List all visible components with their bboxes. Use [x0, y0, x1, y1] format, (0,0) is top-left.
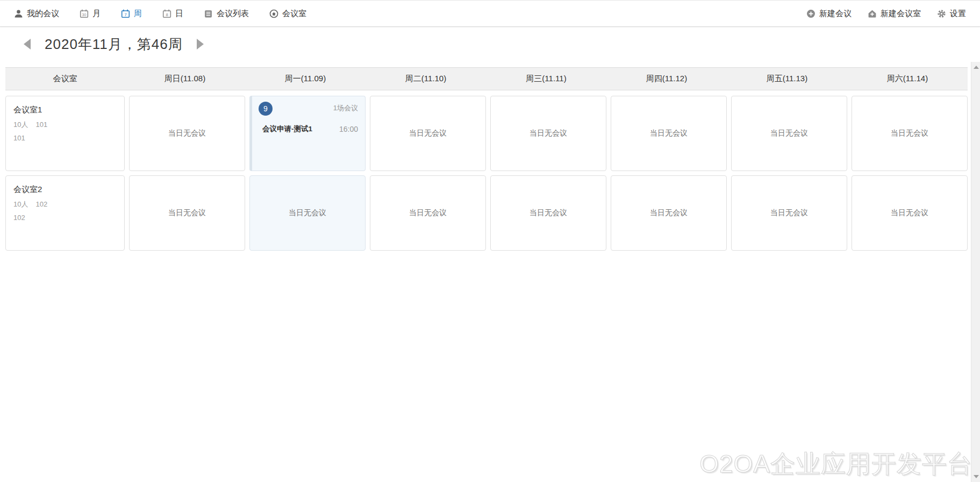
- calendar-day-icon: 8: [162, 9, 171, 18]
- add-room-icon: [868, 9, 877, 18]
- date-navigation: 2020年11月，第46周: [0, 27, 980, 61]
- day-cell-empty[interactable]: 当日无会议: [852, 96, 968, 171]
- user-icon: [14, 9, 23, 18]
- meeting-time: 16:00: [339, 125, 358, 133]
- room-info-cell: 会议室1 10人101 101: [5, 96, 125, 171]
- gear-icon: [937, 9, 946, 18]
- room-name: 会议室1: [13, 105, 117, 115]
- nav-meeting-rooms-label: 会议室: [282, 9, 306, 19]
- day-cell-empty[interactable]: 当日无会议: [490, 175, 606, 251]
- calendar-area: 会议室 周日(11.08) 周一(11.09) 周二(11.10) 周三(11.…: [0, 61, 980, 251]
- nav-meeting-list-label: 会议列表: [217, 9, 249, 19]
- day-cell-empty[interactable]: 当日无会议: [370, 175, 486, 251]
- week-title: 2020年11月，第46周: [45, 35, 183, 54]
- svg-text:7: 7: [124, 12, 126, 17]
- nav-month-view[interactable]: 30 月: [80, 9, 101, 19]
- no-meeting-text: 当日无会议: [650, 208, 688, 218]
- no-meeting-text: 当日无会议: [168, 129, 206, 138]
- day-cell-meeting[interactable]: 9 1场会议 会议申请-测试1 16:00: [249, 96, 366, 171]
- no-meeting-text: 当日无会议: [770, 208, 808, 218]
- nav-day-view-label: 日: [175, 9, 183, 19]
- meeting-title: 会议申请-测试1: [262, 124, 312, 134]
- scroll-up-arrow-icon[interactable]: [974, 66, 979, 69]
- meeting-count-badge: 9: [259, 102, 273, 116]
- toolbar-left: 我的会议 30 月 7 周 8 日 会议列表: [14, 9, 327, 19]
- scroll-down-arrow-icon[interactable]: [974, 475, 979, 478]
- header-friday: 周五(11.13): [727, 74, 847, 84]
- no-meeting-text: 当日无会议: [891, 129, 928, 138]
- day-cell-empty[interactable]: 当日无会议: [731, 96, 847, 171]
- settings-label: 设置: [950, 9, 966, 19]
- room-capacity-number: 10人101: [13, 120, 117, 130]
- calendar-week-icon: 7: [121, 9, 130, 18]
- new-meeting-button[interactable]: 新建会议: [806, 9, 852, 19]
- no-meeting-text: 当日无会议: [770, 129, 808, 138]
- toolbar-right: 新建会议 新建会议室 设置: [790, 9, 966, 19]
- room-location: 101: [13, 134, 117, 142]
- nav-week-view-label: 周: [134, 9, 142, 19]
- o2oa-watermark: O2OA企业应用开发平台: [699, 448, 972, 481]
- header-sunday: 周日(11.08): [125, 74, 245, 84]
- day-cell-empty[interactable]: 当日无会议: [611, 175, 727, 251]
- day-cell-empty[interactable]: 当日无会议: [852, 175, 968, 251]
- no-meeting-text: 当日无会议: [650, 129, 688, 138]
- meeting-cell-top: 9 1场会议: [259, 102, 358, 116]
- header-monday: 周一(11.09): [245, 74, 366, 84]
- meeting-entry[interactable]: 会议申请-测试1 16:00: [259, 124, 358, 134]
- new-room-label: 新建会议室: [881, 9, 921, 19]
- new-meeting-label: 新建会议: [819, 9, 852, 19]
- no-meeting-text: 当日无会议: [891, 208, 928, 218]
- no-meeting-text: 当日无会议: [289, 208, 326, 218]
- nav-my-meetings[interactable]: 我的会议: [14, 9, 59, 19]
- day-cell-empty[interactable]: 当日无会议: [370, 96, 486, 171]
- room-info-cell: 会议室2 10人102 102: [5, 175, 125, 251]
- meeting-count-label: 1场会议: [333, 103, 358, 113]
- no-meeting-text: 当日无会议: [530, 208, 567, 218]
- header-thursday: 周四(11.12): [606, 74, 727, 84]
- day-cell-empty[interactable]: 当日无会议: [731, 175, 847, 251]
- nav-my-meetings-label: 我的会议: [27, 9, 59, 19]
- calendar-month-icon: 30: [80, 9, 89, 18]
- nav-week-view[interactable]: 7 周: [121, 9, 142, 19]
- add-circle-icon: [806, 9, 816, 18]
- vertical-scrollbar[interactable]: [971, 62, 980, 482]
- header-wednesday: 周三(11.11): [486, 74, 606, 84]
- no-meeting-text: 当日无会议: [409, 208, 447, 218]
- day-cell-empty-today[interactable]: 当日无会议: [249, 175, 366, 251]
- room-location: 102: [13, 214, 117, 222]
- settings-button[interactable]: 设置: [937, 9, 966, 19]
- list-icon: [204, 9, 213, 18]
- next-week-arrow-icon[interactable]: [197, 39, 204, 49]
- day-cell-empty[interactable]: 当日无会议: [490, 96, 606, 171]
- nav-month-view-label: 月: [92, 9, 101, 19]
- room-circle-icon: [269, 9, 278, 18]
- calendar-rows: 会议室1 10人101 101 当日无会议 9 1场会议 会议申请-测试1 16…: [5, 96, 968, 251]
- day-cell-empty[interactable]: 当日无会议: [129, 96, 245, 171]
- room-name: 会议室2: [13, 185, 117, 195]
- nav-meeting-list[interactable]: 会议列表: [204, 9, 249, 19]
- room-capacity-number: 10人102: [13, 200, 117, 209]
- header-room: 会议室: [5, 74, 125, 84]
- no-meeting-text: 当日无会议: [409, 129, 447, 138]
- nav-day-view[interactable]: 8 日: [162, 9, 183, 19]
- prev-week-arrow-icon[interactable]: [24, 39, 31, 49]
- nav-meeting-rooms[interactable]: 会议室: [269, 9, 306, 19]
- day-cell-empty[interactable]: 当日无会议: [611, 96, 727, 171]
- calendar-header-row: 会议室 周日(11.08) 周一(11.09) 周二(11.10) 周三(11.…: [5, 67, 968, 90]
- no-meeting-text: 当日无会议: [530, 129, 567, 138]
- header-tuesday: 周二(11.10): [366, 74, 486, 84]
- toolbar: 我的会议 30 月 7 周 8 日 会议列表: [0, 0, 980, 27]
- header-saturday: 周六(11.14): [847, 74, 968, 84]
- svg-text:8: 8: [166, 12, 168, 17]
- no-meeting-text: 当日无会议: [168, 208, 206, 218]
- day-cell-empty[interactable]: 当日无会议: [129, 175, 245, 251]
- new-room-button[interactable]: 新建会议室: [868, 9, 921, 19]
- svg-text:30: 30: [82, 12, 87, 16]
